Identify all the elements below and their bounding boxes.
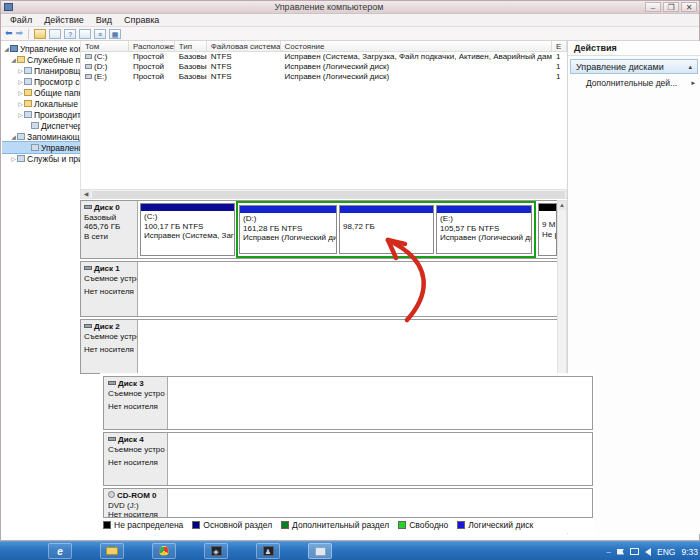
expander-icon[interactable]: ▷ bbox=[17, 100, 24, 107]
menu-view[interactable]: Вид bbox=[90, 14, 118, 26]
vertical-scrollbar[interactable]: ▲ bbox=[557, 200, 567, 374]
column-header-status[interactable]: Состояние bbox=[281, 41, 552, 51]
window-icon[interactable] bbox=[49, 29, 61, 39]
performance-icon bbox=[24, 111, 32, 118]
volume-type: Базовый bbox=[175, 62, 207, 72]
chevron-right-icon: ▸ bbox=[691, 79, 695, 87]
free-space-region[interactable]: 98,72 ГБ bbox=[339, 205, 434, 254]
disk-2-row[interactable]: Диск 2 Съемное устро Нет носителя bbox=[80, 319, 558, 374]
disk-1-label[interactable]: Диск 1 Съемное устро Нет носителя bbox=[81, 262, 138, 316]
tree-item-task-scheduler[interactable]: ▷ Планировщик bbox=[2, 65, 81, 76]
disk-name: CD-ROM 0 bbox=[117, 491, 157, 500]
maximize-button[interactable]: ❐ bbox=[663, 2, 679, 12]
tree-item-event-viewer[interactable]: ▷ Просмотр соб bbox=[2, 76, 81, 87]
disk-type: Базовый bbox=[84, 213, 137, 223]
partition-d[interactable]: (D:) 161,28 ГБ NTFS Исправен (Логический… bbox=[239, 205, 337, 254]
console-tree-icon[interactable] bbox=[34, 29, 46, 39]
tree-item-local-users[interactable]: ▷ Локальные по bbox=[2, 98, 81, 109]
action-pane-icon[interactable]: ▦ bbox=[109, 29, 121, 39]
console-tree: ◢ Управление компью ◢ Служебные прог ▷ П… bbox=[2, 43, 81, 343]
disk-2-label[interactable]: Диск 2 Съемное устро Нет носителя bbox=[81, 320, 138, 373]
storage-icon bbox=[17, 133, 25, 140]
horizontal-scrollbar[interactable]: ◀ bbox=[80, 189, 567, 199]
collapse-icon[interactable]: ▴ bbox=[688, 63, 692, 71]
app-icon bbox=[4, 3, 13, 11]
tree-item-performance[interactable]: ▷ Производител bbox=[2, 109, 81, 120]
volume-name: (E:) bbox=[94, 72, 107, 81]
tree-item-device-manager[interactable]: Диспетчер уст bbox=[2, 120, 81, 131]
disk-name: Диск 4 bbox=[118, 435, 144, 444]
menu-action[interactable]: Действие bbox=[38, 14, 90, 26]
volume-row-d[interactable]: (D:) Простой Базовый NTFS Исправен (Логи… bbox=[81, 62, 567, 72]
taskbar-icon-ie[interactable]: e bbox=[48, 543, 72, 559]
expander-icon[interactable]: ▷ bbox=[17, 78, 24, 85]
volume-row-c[interactable]: (C:) Простой Базовый NTFS Исправен (Сист… bbox=[81, 52, 567, 62]
network-icon[interactable] bbox=[630, 548, 639, 555]
toolbar: ⬅ ➡ ? ≡ ▦ bbox=[1, 27, 699, 41]
disk-0-label[interactable]: Диск 0 Базовый 465,76 ГБ В сети bbox=[81, 201, 138, 258]
tree-item-services[interactable]: ▷ Службы и прило bbox=[2, 153, 81, 164]
close-button[interactable]: ✕ bbox=[681, 2, 697, 12]
disk-name: Диск 2 bbox=[94, 322, 120, 331]
taskbar-icon-computer-management[interactable] bbox=[308, 543, 332, 559]
minimize-button[interactable]: – bbox=[645, 2, 661, 12]
system-tools-icon bbox=[17, 56, 25, 63]
expander-icon[interactable]: ◢ bbox=[10, 133, 17, 140]
column-header-filesystem[interactable]: Файловая система bbox=[207, 41, 281, 51]
export-list-icon[interactable]: ≡ bbox=[94, 29, 106, 39]
tree-item-disk-management[interactable]: Управление д bbox=[2, 142, 81, 153]
disk-4-row[interactable]: Диск 4 Съемное устро Нет носителя bbox=[103, 432, 593, 486]
disk-1-row[interactable]: Диск 1 Съемное устро Нет носителя bbox=[80, 261, 558, 317]
hidden-icons-chevron[interactable]: – bbox=[607, 547, 611, 556]
properties-window-icon[interactable] bbox=[79, 29, 91, 39]
expander-icon[interactable]: ▷ bbox=[10, 155, 17, 162]
scroll-left-icon[interactable]: ◀ bbox=[81, 190, 91, 198]
unallocated-region[interactable]: 9 М Не р bbox=[538, 203, 557, 256]
taskbar-icon-app-dark[interactable]: ◈ bbox=[204, 543, 228, 559]
more-actions-item[interactable]: Дополнительные дей... ▸ bbox=[568, 74, 700, 88]
clock[interactable]: 9:33 bbox=[681, 547, 698, 557]
partition-e[interactable]: (E:) 105,57 ГБ NTFS Исправен (Логический… bbox=[436, 205, 532, 254]
disk-3-row[interactable]: Диск 3 Съемное устро Нет носителя bbox=[103, 376, 593, 430]
volume-row-e[interactable]: (E:) Простой Базовый NTFS Исправен (Логи… bbox=[81, 72, 567, 82]
language-indicator[interactable]: ENG bbox=[657, 547, 675, 557]
expander-icon[interactable]: ▷ bbox=[17, 89, 24, 96]
expander-icon[interactable]: ▷ bbox=[17, 111, 24, 118]
cdrom-0-label[interactable]: CD-ROM 0 DVD (J:) Нет носителя bbox=[104, 489, 168, 517]
menu-file[interactable]: Файл bbox=[4, 14, 38, 26]
forward-icon[interactable]: ➡ bbox=[16, 28, 24, 39]
disk-icon bbox=[108, 381, 116, 385]
help-icon[interactable]: ? bbox=[64, 29, 76, 39]
taskbar-icon-explorer[interactable] bbox=[100, 543, 124, 559]
cdrom-0-row[interactable]: CD-ROM 0 DVD (J:) Нет носителя bbox=[103, 488, 593, 518]
expander-icon[interactable]: ◢ bbox=[10, 56, 17, 63]
partition-c[interactable]: (C:) 100,17 ГБ NTFS Исправен (Система, З… bbox=[140, 203, 235, 256]
disk-3-label[interactable]: Диск 3 Съемное устро Нет носителя bbox=[104, 377, 168, 429]
action-center-flag-icon[interactable] bbox=[617, 549, 624, 555]
expander-icon[interactable]: ◢ bbox=[3, 45, 10, 52]
column-header-type[interactable]: Тип bbox=[175, 41, 207, 51]
column-header-volume[interactable]: Том bbox=[81, 41, 129, 51]
column-header-capacity[interactable]: Е bbox=[552, 41, 567, 51]
tree-item-system-tools[interactable]: ◢ Служебные прог bbox=[2, 54, 81, 65]
volume-fs: NTFS bbox=[207, 62, 281, 72]
volume-icon-tray[interactable] bbox=[645, 548, 651, 556]
actions-group-disk-management[interactable]: Управление дисками ▴ bbox=[570, 59, 698, 74]
tree-item-computer-management[interactable]: ◢ Управление компью bbox=[2, 43, 81, 54]
taskbar-icon-app[interactable]: ♟ bbox=[256, 543, 280, 559]
disk-media-status: Нет носителя bbox=[108, 402, 167, 412]
column-header-layout[interactable]: Расположение bbox=[129, 41, 175, 51]
taskbar-icon-browser[interactable] bbox=[152, 543, 176, 559]
disk-0-row[interactable]: Диск 0 Базовый 465,76 ГБ В сети (C:) 100… bbox=[80, 200, 558, 259]
volume-icon bbox=[85, 74, 92, 79]
scroll-up-icon[interactable]: ▲ bbox=[558, 201, 566, 210]
partition-status: Исправен (Логический диск) bbox=[440, 233, 528, 243]
scrollbar-thumb[interactable] bbox=[92, 191, 565, 198]
menu-help[interactable]: Справка bbox=[118, 14, 165, 26]
expander-icon[interactable]: ▷ bbox=[17, 67, 24, 74]
legend-label: Дополнительный раздел bbox=[292, 520, 389, 530]
tree-item-shared-folders[interactable]: ▷ Общие папки bbox=[2, 87, 81, 98]
disk-4-label[interactable]: Диск 4 Съемное устро Нет носителя bbox=[104, 433, 168, 485]
back-icon[interactable]: ⬅ bbox=[5, 28, 13, 39]
tree-item-storage[interactable]: ◢ Запоминающие у bbox=[2, 131, 81, 142]
